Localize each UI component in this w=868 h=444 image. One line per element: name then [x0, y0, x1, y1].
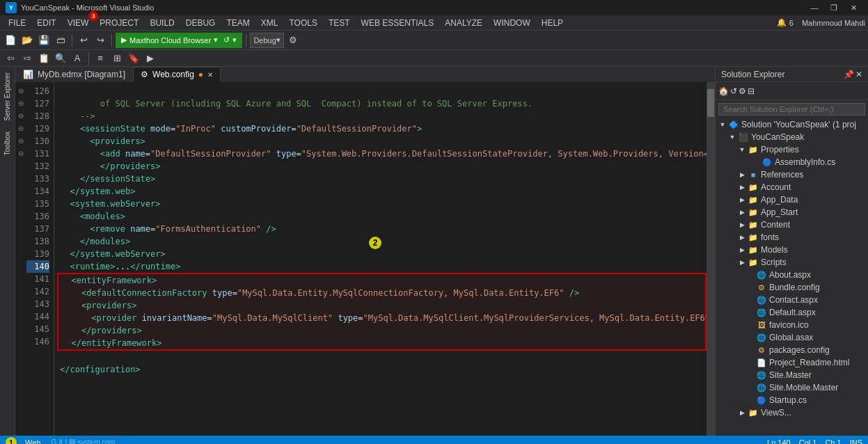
se-home-icon[interactable]: 🏠: [718, 86, 729, 96]
debug-mode-dropdown[interactable]: Debug ▾: [250, 33, 283, 48]
view-badge: 3: [88, 11, 98, 21]
tb2-btn3[interactable]: 📋: [36, 51, 52, 66]
undo-btn[interactable]: ↩: [76, 33, 91, 48]
tree-solution[interactable]: ▼ 🔷 Solution 'YouCanSpeak' (1 proj: [716, 118, 868, 131]
close-button[interactable]: ✕: [844, 0, 862, 15]
tree-properties[interactable]: ▼ 📁 Properties: [716, 143, 868, 156]
tree-project[interactable]: ▼ ⬛ YouCanSpeak: [716, 131, 868, 143]
tree-models[interactable]: ▶ 📁 Models: [716, 244, 868, 256]
tb2-btn8[interactable]: 🔖: [126, 51, 141, 66]
tb2-btn6[interactable]: ≡: [93, 51, 108, 66]
se-filter-icon[interactable]: ⚙: [739, 86, 746, 96]
tree-favicon[interactable]: ▶ 🖼 favicon.ico: [716, 319, 868, 331]
se-refresh-icon[interactable]: ↺: [730, 86, 737, 96]
tree-appdata[interactable]: ▶ 📁 App_Data: [716, 193, 868, 206]
sitemobilemaster-icon: 🌐: [756, 382, 767, 393]
se-pin-icon[interactable]: 📌: [844, 70, 854, 79]
scroll-thumb[interactable]: [707, 89, 714, 117]
tree-startupcs[interactable]: ▶ 🔵 Startup.cs: [716, 394, 868, 406]
tree-appstart[interactable]: ▶ 📁 App_Start: [716, 206, 868, 219]
contactaspx-icon: 🌐: [756, 294, 767, 306]
server-explorer-tab[interactable]: Server Explorer: [1, 67, 13, 126]
tree-content[interactable]: ▶ 📁 Content: [716, 219, 868, 231]
menu-xml[interactable]: XML: [255, 15, 284, 31]
tb2-btn2[interactable]: ⇨: [19, 51, 35, 66]
tree-globalasax[interactable]: ▶ 🌐 Global.asax: [716, 331, 868, 344]
tab-modified-indicator: ●: [198, 70, 203, 79]
tree-packages[interactable]: ▶ ⚙ packages.config: [716, 344, 868, 356]
tab-close-btn[interactable]: ✕: [207, 71, 213, 79]
tree-sitemaster[interactable]: ▶ 🌐 Site.Master: [716, 369, 868, 381]
save-btn[interactable]: 💾: [36, 33, 52, 48]
vs-logo: Y: [6, 2, 17, 13]
tb2-btn1[interactable]: ⇦: [3, 51, 18, 66]
tree-contactaspx[interactable]: ▶ 🌐 Contact.aspx: [716, 294, 868, 306]
tb2-btn5[interactable]: A: [70, 51, 85, 66]
save-all-btn[interactable]: 🗃: [53, 33, 68, 48]
tree-scripts[interactable]: ▶ 📁 Scripts: [716, 256, 868, 269]
annotation-2: 2: [369, 237, 381, 249]
menu-view[interactable]: VIEW 3: [62, 15, 95, 31]
open-btn[interactable]: 📂: [19, 33, 35, 48]
menu-help[interactable]: HELP: [536, 15, 569, 31]
tb2-btn7[interactable]: ⊞: [109, 51, 125, 66]
tab-mydb[interactable]: 📊 MyDb.edmx [Diagram1]: [15, 67, 133, 82]
vertical-scrollbar[interactable]: [707, 82, 715, 436]
main-toolbar: 📄 📂 💾 🗃 ↩ ↪ ▶ Maxthon Cloud Browser ▾ ↺ …: [0, 31, 868, 50]
notification-area: 🔔 6 Mahmmoud Mahdi: [777, 18, 865, 27]
tree-assemblyinfo[interactable]: ▶ 🔵 AssemblyInfo.cs: [716, 156, 868, 168]
sitemaster-icon: 🌐: [756, 370, 767, 381]
views-folder-icon: 📁: [748, 407, 759, 418]
toolbox-tab[interactable]: Toolbox: [1, 126, 13, 161]
se-search-input[interactable]: [718, 103, 865, 116]
tree-defaultaspx[interactable]: ▶ 🌐 Default.aspx: [716, 306, 868, 319]
tree-references[interactable]: ▶ ■ References: [716, 168, 868, 181]
scripts-arrow: ▶: [736, 259, 748, 266]
tree-views[interactable]: ▶ 📁 ViewS...: [716, 406, 868, 419]
defaultaspx-icon: 🌐: [756, 307, 767, 318]
se-close-icon[interactable]: ✕: [855, 70, 862, 79]
menu-build[interactable]: BUILD: [144, 15, 180, 31]
minimize-button[interactable]: —: [805, 0, 823, 15]
tree-projectreadme[interactable]: ▶ 📄 Project_Readme.html: [716, 356, 868, 369]
left-sidebar: Server Explorer Toolbox: [0, 67, 15, 436]
code-display[interactable]: of SQL Server (including SQL Azure and S…: [54, 82, 707, 436]
debug-config-btn[interactable]: ⚙: [285, 33, 301, 48]
projectreadme-icon: 📄: [756, 357, 767, 368]
menu-team[interactable]: TEAM: [221, 15, 255, 31]
content-folder-icon: 📁: [748, 219, 759, 230]
se-collapse-icon[interactable]: ⊟: [748, 86, 755, 96]
menu-web-essentials[interactable]: WEB ESSENTIALS: [356, 15, 440, 31]
models-folder-icon: 📁: [748, 244, 759, 255]
restore-button[interactable]: ❐: [825, 0, 843, 15]
status-right: Ln 140 Col 1 Ch 1 INS: [767, 438, 862, 444]
menu-tools[interactable]: TOOLS: [283, 15, 322, 31]
tree-bundleconfig[interactable]: ▶ ⚙ Bundle.config: [716, 281, 868, 294]
menu-edit[interactable]: EDIT: [31, 15, 61, 31]
assemblyinfo-label: AssemblyInfo.cs: [775, 157, 835, 167]
refresh-dropdown[interactable]: ▾: [232, 35, 237, 45]
tab-webconfig[interactable]: ⚙ Web.config ● ✕: [133, 67, 221, 82]
globalasax-icon: 🌐: [756, 332, 767, 343]
tb2-btn9[interactable]: ▶: [143, 51, 158, 66]
tree-account[interactable]: ▶ 📁 Account: [716, 181, 868, 193]
tree-fonts[interactable]: ▶ 📁 fonts: [716, 231, 868, 244]
run-button[interactable]: ▶ Maxthon Cloud Browser ▾ ↺ ▾: [116, 33, 242, 48]
menu-test[interactable]: TEST: [323, 15, 356, 31]
menu-debug[interactable]: DEBUG: [180, 15, 221, 31]
tb2-btn4[interactable]: 🔍: [53, 51, 68, 66]
notification-count: 6: [789, 19, 794, 27]
menu-window[interactable]: WINDOW: [488, 15, 536, 31]
redo-btn[interactable]: ↪: [93, 33, 108, 48]
tab-bar: 📊 MyDb.edmx [Diagram1] ⚙ Web.config ● ✕: [15, 67, 715, 82]
notification-icon: 🔔: [777, 18, 787, 27]
menu-project[interactable]: PROJECT: [94, 15, 144, 31]
browser-dropdown-icon[interactable]: ▾: [214, 35, 218, 45]
scripts-folder-icon: 📁: [748, 257, 759, 268]
tree-sitemobilemaster[interactable]: ▶ 🌐 Site.Mobile.Master: [716, 381, 868, 394]
menu-analyze[interactable]: ANALYZE: [439, 15, 488, 31]
tab-webconfig-label: Web.config: [152, 70, 194, 79]
menu-file[interactable]: FILE: [3, 15, 31, 31]
new-project-btn[interactable]: 📄: [3, 33, 18, 48]
tree-aboutaspx[interactable]: ▶ 🌐 About.aspx: [716, 269, 868, 281]
